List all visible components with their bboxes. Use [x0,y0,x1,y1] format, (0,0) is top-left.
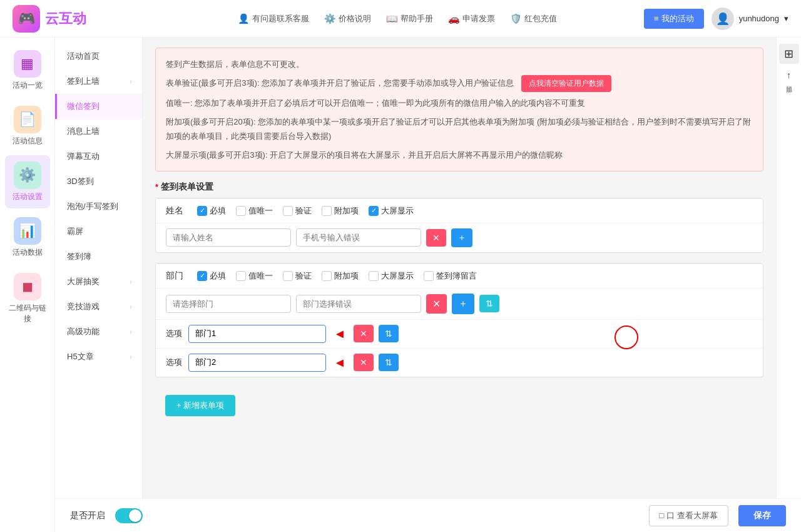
user-avatar: 👤 [712,8,734,30]
warning-line5: 大屏显示项(最多可开启3项): 开启了大屏显示的项目将在大屏显示，并且开启后大屏… [166,148,753,162]
dept-unique-checkbox[interactable] [236,271,246,281]
dept-option-1-sort[interactable]: ⇅ [379,325,399,342]
dept-error-input[interactable] [296,295,421,313]
logo-area: 🎮 云互动 [13,5,150,33]
option-label-1: 选项 [166,328,183,339]
dept-placeholder-input[interactable] [166,295,291,313]
dept-verify-checkbox[interactable] [283,271,293,281]
dept-bigscreen-check[interactable]: 大屏显示 [369,270,414,282]
dept-option-2-input[interactable] [188,354,326,372]
logo-icon: 🎮 [13,5,40,33]
nav-right: ≡ 我的活动 👤 yunhudong ▾ [644,8,788,30]
top-nav: 🎮 云互动 👤 有问题联系客服 ⚙️ 价格说明 📖 帮助手册 🚗 申请发票 🛡️… [0,0,801,38]
back-to-top-button[interactable]: ↑ 顶部 [785,70,793,81]
nav-link-help[interactable]: 📖 帮助手册 [386,13,433,24]
sidebar-item-activity-settings[interactable]: ⚙️ 活动设置 [5,155,50,208]
name-addon-checkbox[interactable] [322,206,332,216]
nav-link-support[interactable]: 👤 有问题联系客服 [238,13,309,24]
dept-guestbook-checkbox[interactable] [424,271,434,281]
name-bigscreen-check[interactable]: ✓ 大屏显示 [369,205,414,217]
nav-link-invoice[interactable]: 🚗 申请发票 [448,13,495,24]
screen-icon: □ [660,511,665,520]
dept-addon-checkbox[interactable] [322,271,332,281]
dept-option-row-2: 选项 ◄ ✕ ⇅ [156,348,763,377]
dept-add-button[interactable]: ＋ [452,294,474,314]
sec-item-homepage[interactable]: 活动首页 [55,44,142,69]
name-add-button[interactable]: ＋ [451,228,472,247]
sec-item-h5-article[interactable]: H5文章 › [55,344,142,369]
logo-text: 云互动 [45,9,86,28]
clear-verify-data-button[interactable]: 点我清空验证用户数据 [521,75,611,92]
chevron-right-icon-2: › [130,278,132,285]
dept-option-1-delete[interactable]: ✕ [354,325,374,342]
save-button[interactable]: 保存 [738,505,786,526]
name-required-checkbox[interactable]: ✓ [197,206,207,216]
invoice-icon: 🚗 [448,13,460,24]
sec-item-bubble-checkin[interactable]: 泡泡/手写签到 [55,194,142,219]
name-required-check[interactable]: ✓ 必填 [197,205,226,217]
chevron-right-icon: › [130,78,132,85]
nav-link-redpacket[interactable]: 🛡️ 红包充值 [510,13,557,24]
toggle-label: 是否开启 [70,510,105,521]
name-placeholder-input[interactable] [166,228,291,247]
sec-item-checkin-book[interactable]: 签到簿 [55,244,142,269]
sec-item-message-wall[interactable]: 消息上墙 [55,119,142,144]
grid-view-icon[interactable]: ⊞ [779,44,799,64]
chevron-right-icon-5: › [130,353,132,361]
sidebar-item-activity-data[interactable]: 📊 活动数据 [5,211,50,264]
activity-data-icon: 📊 [14,217,41,245]
dept-required-check[interactable]: ✓ 必填 [197,270,226,282]
dept-delete-button[interactable]: ✕ [426,294,447,314]
dept-sort-button[interactable]: ⇅ [479,295,499,312]
dept-addon-check[interactable]: 附加项 [322,270,359,282]
dept-unique-check[interactable]: 值唯一 [236,270,273,282]
main-layout: ▦ 活动一览 📄 活动信息 ⚙️ 活动设置 📊 活动数据 ◼ 二维码与链接 活动… [0,38,801,532]
sec-item-advanced[interactable]: 高级功能 › [55,319,142,344]
user-area[interactable]: 👤 yunhudong ▾ [712,8,788,30]
sec-item-bullet-interact[interactable]: 弹幕互动 [55,144,142,169]
name-error-input[interactable] [296,228,421,247]
name-bigscreen-checkbox[interactable]: ✓ [369,206,379,216]
sidebar-item-activity-list[interactable]: ▦ 活动一览 [5,44,50,97]
dept-guestbook-check[interactable]: 签到簿留言 [424,270,477,282]
name-verify-check[interactable]: 验证 [283,205,312,217]
name-verify-checkbox[interactable] [283,206,293,216]
name-addon-check[interactable]: 附加项 [322,205,359,217]
dept-verify-check[interactable]: 验证 [283,270,312,282]
arrow-indicator-2: ◄ [334,356,346,370]
name-delete-button[interactable]: ✕ [426,229,446,247]
dept-option-2-sort[interactable]: ⇅ [379,354,399,371]
name-unique-check[interactable]: 值唯一 [236,205,273,217]
warning-line2: 表单验证(最多可开启3项): 您添加了表单项并开启了验证后，您需要手动添加或导入… [166,75,753,92]
dept-option-1-input[interactable] [188,325,326,343]
right-panel: ⊞ ↑ 顶部 [776,38,801,532]
add-form-item-button[interactable]: + 新增表单项 [165,395,235,416]
dept-option-2-delete[interactable]: ✕ [354,354,374,371]
sec-item-games[interactable]: 竞技游戏 › [55,294,142,319]
enable-toggle[interactable] [115,508,143,523]
activity-settings-icon: ⚙️ [14,161,41,189]
sidebar-item-qrcode[interactable]: ◼ 二维码与链接 [5,267,50,330]
toggle-knob [129,509,141,522]
form-section-title: 签到表单设置 [161,182,213,193]
dept-input-row: ✕ ＋ ⇅ [156,288,763,319]
sec-item-screen-lottery[interactable]: 大屏抽奖 › [55,269,142,294]
user-name: yunhudong [739,14,779,23]
dept-bigscreen-checkbox[interactable] [369,271,379,281]
name-field-card: 姓名 ✓ 必填 值唯一 验证 [155,198,763,253]
sec-item-3d-checkin[interactable]: 3D签到 [55,169,142,194]
main-content: 签到产生数据后，表单信息不可更改。 表单验证(最多可开启3项): 您添加了表单项… [143,38,776,532]
sec-item-screen-dominate[interactable]: 霸屏 [55,219,142,244]
dept-required-checkbox[interactable]: ✓ [197,271,207,281]
sidebar-item-activity-info[interactable]: 📄 活动信息 [5,100,50,153]
nav-link-pricing[interactable]: ⚙️ 价格说明 [324,13,371,24]
sec-item-wechat-checkin[interactable]: 微信签到 [55,94,142,119]
name-field-header-row: 姓名 ✓ 必填 值唯一 验证 [156,198,763,223]
qrcode-icon: ◼ [14,273,41,300]
activity-list-icon: ▦ [14,50,41,78]
my-activity-button[interactable]: ≡ 我的活动 [644,9,704,29]
sec-item-checkin-wall[interactable]: 签到上墙 › [55,69,142,94]
view-big-screen-button[interactable]: □ 口 查看大屏幕 [649,505,728,526]
name-unique-checkbox[interactable] [236,206,246,216]
secondary-sidebar: 活动首页 签到上墙 › 微信签到 消息上墙 弹幕互动 3D签到 泡泡/手写签到 … [55,38,143,532]
